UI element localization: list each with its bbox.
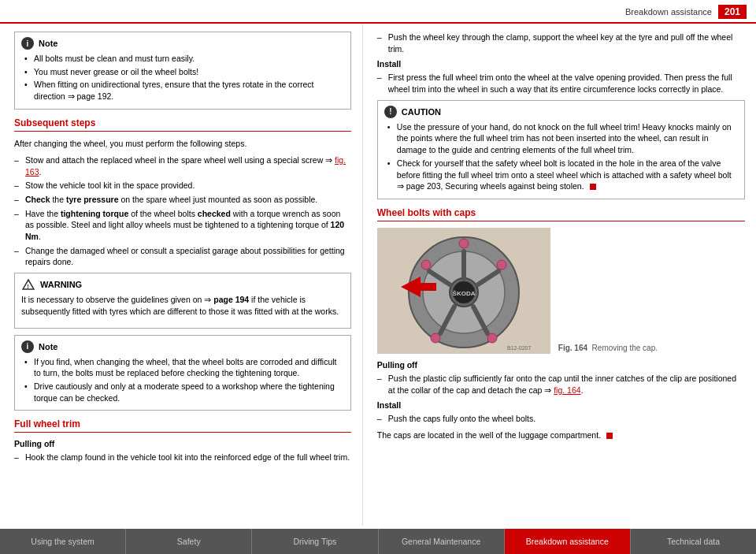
nav-label-technical-data: Technical data	[667, 537, 720, 546]
trim-step-item: Hook the clamp found in the vehicle tool…	[14, 452, 351, 463]
wheel-bolts-heading: Wheel bolts with caps	[377, 207, 745, 221]
step-item: Stow and attach the replaced wheel in th…	[14, 154, 351, 177]
caps-location: The caps are located in the well of the …	[377, 429, 745, 441]
step-item: Check the tyre pressure on the spare whe…	[14, 194, 351, 206]
install-label-right: Install	[377, 59, 745, 69]
svg-rect-19	[417, 283, 436, 291]
note-item: All bolts must be clean and must turn ea…	[24, 53, 344, 65]
subsequent-steps-heading: Subsequent steps	[14, 117, 351, 132]
caution-box: ! CAUTION Use the pressure of your hand,…	[377, 100, 745, 199]
note-icon-2: i	[21, 340, 34, 353]
note-item: When fitting on unidirectional tyres, en…	[24, 79, 344, 102]
svg-point-16	[431, 333, 440, 343]
install2-step-item: Push the caps fully onto the wheel bolts…	[377, 413, 745, 425]
page-number: 201	[718, 5, 747, 19]
svg-point-15	[487, 333, 497, 343]
step-item: Push the wheel key through the clamp, su…	[377, 32, 745, 54]
svg-point-13	[459, 239, 469, 248]
caution-item: Use the pressure of your hand, do not kn…	[387, 121, 738, 156]
svg-point-14	[497, 260, 506, 270]
nav-item-technical-data[interactable]: Technical data	[631, 529, 756, 554]
install-steps-right: First press the full wheel trim onto the…	[377, 72, 745, 95]
note-header-1: i Note	[21, 37, 344, 50]
main-content: i Note All bolts must be clean and must …	[0, 24, 756, 526]
note-item: You must never grease or oil the wheel b…	[24, 66, 344, 78]
footer-nav: Using the system Safety Driving Tips Gen…	[0, 529, 756, 554]
warning-box: ! WARNING It is necessary to observe the…	[14, 273, 351, 328]
nav-label-safety: Safety	[177, 537, 201, 546]
note-icon-1: i	[21, 37, 34, 50]
nav-item-safety[interactable]: Safety	[126, 529, 252, 554]
left-column: i Note All bolts must be clean and must …	[0, 24, 363, 526]
nav-item-driving-tips[interactable]: Driving Tips	[252, 529, 378, 554]
step-item: Change the damaged wheel or consult a sp…	[14, 245, 351, 268]
caution-icon: !	[384, 106, 397, 118]
pulling-off-label-right: Pulling off	[377, 360, 745, 370]
note-label-2: Note	[39, 342, 57, 351]
pulling-off-label-left: Pulling off	[14, 439, 351, 448]
install2-label: Install	[377, 400, 745, 410]
svg-text:ŠKODA: ŠKODA	[452, 290, 475, 297]
install-step-item: First press the full wheel trim onto the…	[377, 72, 745, 95]
note-label-1: Note	[39, 39, 57, 48]
warning-triangle-icon: !	[21, 278, 35, 291]
figure-container: ŠKODA	[377, 228, 745, 354]
step-item: Stow the vehicle tool kit in the space p…	[14, 180, 351, 191]
note-item: If you find, when changing the wheel, th…	[24, 356, 344, 379]
note-box-2: i Note If you find, when changing the wh…	[14, 335, 351, 411]
fig-caption-text: Removing the cap.	[592, 344, 658, 352]
nav-label-using-system: Using the system	[31, 537, 94, 546]
warning-label: WARNING	[40, 280, 82, 289]
page-header: Breakdown assistance 201	[0, 0, 756, 24]
svg-point-17	[421, 260, 431, 270]
note-header-2: i Note	[21, 340, 344, 353]
subsequent-steps-list: Stow and attach the replaced wheel in th…	[14, 154, 351, 268]
pulling-step-item: Push the plastic clip sufficiently far o…	[377, 373, 745, 396]
svg-text:!: !	[27, 283, 29, 290]
caution-list: Use the pressure of your hand, do not kn…	[384, 121, 738, 192]
full-trim-steps: Hook the clamp found in the vehicle tool…	[14, 452, 351, 463]
red-square-marker-2	[606, 433, 613, 439]
red-square-marker	[590, 184, 596, 190]
warning-header: ! WARNING	[21, 278, 344, 291]
caution-header: ! CAUTION	[384, 106, 738, 118]
nav-label-general-maintenance: General Maintenance	[402, 537, 480, 546]
note-list-1: All bolts must be clean and must turn ea…	[21, 53, 344, 102]
nav-label-driving-tips: Driving Tips	[294, 537, 337, 546]
right-column: Push the wheel key through the clamp, su…	[363, 24, 756, 526]
fig-caption: Fig. 164 Removing the cap.	[558, 344, 658, 352]
fig-number: Fig. 164	[558, 344, 587, 352]
note-item: Drive cautiously and only at a moderate …	[24, 381, 344, 403]
caution-label: CAUTION	[402, 107, 441, 117]
right-continued-steps: Push the wheel key through the clamp, su…	[377, 32, 745, 54]
svg-text:B12-0207: B12-0207	[507, 345, 531, 351]
nav-item-general-maintenance[interactable]: General Maintenance	[379, 529, 505, 554]
wheel-fig-image: ŠKODA	[377, 228, 550, 354]
note-list-2: If you find, when changing the wheel, th…	[21, 356, 344, 404]
header-title: Breakdown assistance	[625, 7, 712, 17]
step-item: Have the tightening torque of the wheel …	[14, 208, 351, 243]
pulling-off-steps-right: Push the plastic clip sufficiently far o…	[377, 373, 745, 396]
subsequent-steps-intro: After changing the wheel, you must perfo…	[14, 138, 351, 150]
caution-item: Check for yourself that the safety wheel…	[387, 158, 738, 192]
full-wheel-trim-heading: Full wheel trim	[14, 418, 351, 433]
install2-steps: Push the caps fully onto the wheel bolts…	[377, 413, 745, 425]
nav-item-breakdown-assistance[interactable]: Breakdown assistance	[505, 529, 631, 554]
nav-item-using-system[interactable]: Using the system	[0, 529, 126, 554]
warning-text: It is necessary to observe the guideline…	[21, 294, 344, 318]
note-box-1: i Note All bolts must be clean and must …	[14, 32, 351, 110]
nav-label-breakdown-assistance: Breakdown assistance	[526, 537, 609, 546]
